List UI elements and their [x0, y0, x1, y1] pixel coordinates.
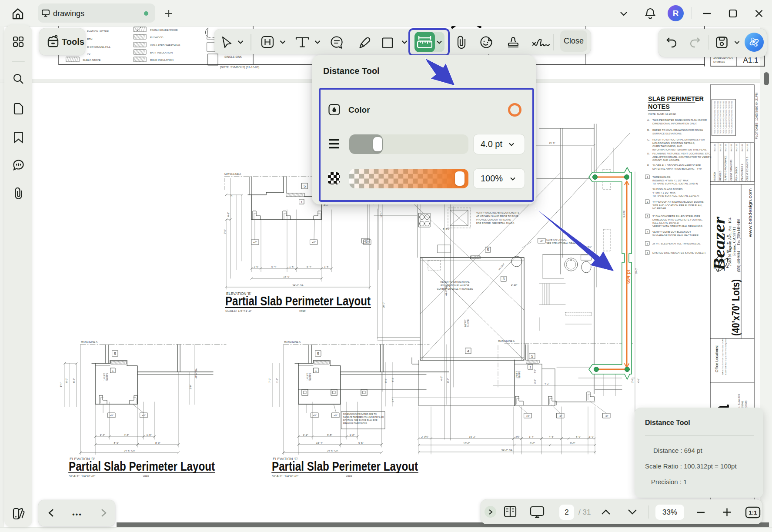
svg-text:5: 5 [487, 248, 489, 252]
svg-text:694 pt: 694 pt [625, 270, 631, 284]
svg-text:8'-0": 8'-0" [447, 378, 449, 383]
svg-text:34'-6" OA: 34'-6" OA [501, 449, 513, 452]
svg-text:CK: CK [87, 53, 90, 56]
svg-text:+0": +0" [142, 414, 146, 417]
svg-text:8'-0": 8'-0" [65, 378, 68, 383]
svg-text:SLIDING GLASS DOORS:: SLIDING GLASS DOORS: [652, 188, 683, 191]
svg-text:7'-0": 7'-0" [268, 378, 271, 383]
svg-text:1'-4": 1'-4" [60, 382, 62, 387]
svg-text:Partial Slab Perimeter Layout: Partial Slab Perimeter Layout [225, 294, 371, 308]
svg-text:8'-0": 8'-0" [570, 442, 575, 445]
svg-text:6'-9": 6'-9" [576, 435, 581, 438]
svg-text:(0990): (0990) [745, 401, 747, 408]
svg-text:BATT INSULATION: BATT INSULATION [150, 51, 173, 54]
svg-text:EMBEDDED INTO CONCRETE FOOTING: EMBEDDED INTO CONCRETE FOOTING. [652, 218, 703, 221]
svg-text:rd, Suite 200: rd, Suite 200 [738, 394, 740, 409]
svg-text:PLAN CHECK: PLAN CHECK [735, 166, 738, 181]
svg-text:Partial Slab Perimeter Layout: Partial Slab Perimeter Layout [272, 459, 418, 473]
svg-text:PROVIDE CONDUIT TO ISLAND: PROVIDE CONDUIT TO ISLAND [476, 218, 511, 221]
svg-text:34'-6" OA: 34'-6" OA [292, 284, 304, 287]
svg-text:THESE PLANS AND SPECIFICATIONS: THESE PLANS AND SPECIFICATIONS PROTECTED [720, 100, 722, 134]
svg-text:DIMENSIONAL INFORMATION ONLY.: DIMENSIONAL INFORMATION ONLY. [652, 122, 697, 125]
svg-text:6'-5": 6'-5" [327, 434, 332, 436]
svg-text:SURFACE ELEVATIONS.: SURFACE ELEVATIONS. [652, 132, 682, 135]
svg-text:FRAMING DIMENSIONS.: FRAMING DIMENSIONS. [343, 422, 368, 425]
svg-text:12'-4": 12'-4" [380, 211, 382, 217]
svg-text:MATCHLINE A: MATCHLINE A [498, 340, 515, 342]
svg-text:+0": +0" [605, 415, 608, 417]
svg-text:4: 4 [467, 349, 469, 353]
svg-text:16'-0": 16'-0" [283, 275, 290, 278]
svg-text:1'-6": 1'-6" [324, 265, 329, 268]
svg-text:FINISH GRADE WOOD: FINISH GRADE WOOD [150, 29, 178, 31]
svg-text:THESE PLANS AND SPECIFICATIONS: THESE PLANS AND SPECIFICATIONS PROTECTED [723, 100, 725, 134]
svg-text:1: 1 [301, 200, 302, 204]
svg-text:SLOPE: SLOPE [518, 371, 521, 378]
svg-text:(559) 449-9494 · Fax (559): (559) 449-9494 · Fax (559) 449-9498 [737, 219, 741, 272]
svg-text:08-17-05: 08-17-05 [735, 144, 738, 151]
svg-text:1'-4": 1'-4" [391, 398, 394, 402]
svg-text:6'-3": 6'-3" [391, 378, 394, 382]
svg-text:(SEE DETAIL 10/AD.1): (SEE DETAIL 10/AD.1) [652, 221, 679, 224]
svg-text:08-17-05: 08-17-05 [725, 144, 727, 151]
svg-text:+0": +0" [253, 241, 257, 244]
svg-text:+0": +0" [110, 414, 114, 417]
svg-text:4" MIN / 1 1/2" MAX: 4" MIN / 1 1/2" MAX [652, 191, 675, 194]
svg-text:4'-0": 4'-0" [440, 376, 443, 381]
svg-text:TYP STOOP AT INSWING/SLIDER DO: TYP STOOP AT INSWING/SLIDER DOORS: [652, 201, 704, 203]
svg-text:THESE PLANS AND SPECIFICATIONS: THESE PLANS AND SPECIFICATIONS PROTECTED [717, 100, 719, 134]
svg-text:1'-4": 1'-4" [529, 435, 534, 438]
svg-text:39'-0": 39'-0" [635, 268, 638, 274]
svg-text:5'-4": 5'-4" [271, 265, 277, 268]
svg-text:INSWING: 4" MIN / 1 1/2" MAX: INSWING: 4" MIN / 1 1/2" MAX [652, 179, 688, 182]
svg-text:PLYWOOD: PLYWOOD [150, 36, 164, 39]
svg-text:BASE OF TAPERED COLUMN FOR SLA: BASE OF TAPERED COLUMN FOR SLAB [343, 416, 384, 418]
svg-text:16'-4": 16'-4" [316, 442, 323, 444]
svg-text:3": 3" [230, 194, 233, 197]
svg-text:3'-0": 3'-0" [534, 369, 536, 373]
svg-text:1: 1 [647, 176, 648, 178]
svg-text:PLUMBING FIXTURES, VENT LOCATI: PLUMBING FIXTURES, VENT LOCATIONS, ETC. [652, 152, 711, 155]
svg-text:+0": +0" [364, 240, 368, 242]
svg-text:[NOTE_SYMBOLS] (01-10-03): [NOTE_SYMBOLS] (01-10-03) [220, 66, 259, 69]
svg-text:1'-9": 1'-9" [589, 435, 594, 438]
svg-text:3'-0": 3'-0" [189, 385, 192, 389]
svg-text:08-17-05: 08-17-05 [719, 144, 722, 151]
svg-text:MATCHLINE A: MATCHLINE A [81, 341, 97, 343]
svg-text:THESE PLANS AND SPECIFICATIONS: THESE PLANS AND SPECIFICATIONS PROTECTED [725, 100, 727, 134]
svg-text:TO HARD SURFACE. (DETAIL 11/AD: TO HARD SURFACE. (DETAIL 11/AD.4) [652, 194, 699, 197]
svg-text:1'-9": 1'-9" [147, 434, 152, 436]
svg-text:+0": +0" [526, 415, 530, 417]
svg-text:Partial Slab Perimeter Layout: Partial Slab Perimeter Layout [69, 459, 215, 473]
svg-text:VERIFY UNDERSLAB REQUIREMENTS: VERIFY UNDERSLAB REQUIREMENTS [476, 211, 519, 214]
svg-text:SIZE AND LOCATION PER FLOOR PL: SIZE AND LOCATION PER FLOOR PLAN, [652, 204, 702, 207]
svg-text:SCALE: 1/4"=1'-0": SCALE: 1/4"=1'-0" [225, 309, 252, 313]
svg-text:1'-4": 1'-4" [100, 434, 105, 436]
svg-text:SLAB ON GRADE.: SLAB ON GRADE. [546, 238, 567, 241]
svg-text:MATCHLINE A: MATCHLINE A [284, 341, 301, 343]
svg-text:SHELF ABOVE: SHELF ABOVE [83, 59, 100, 61]
svg-text:3" DIA CONCRETE FILLED STEEL P: 3" DIA CONCRETE FILLED STEEL PIPE [652, 215, 700, 217]
svg-text:08-17-05: 08-17-05 [730, 144, 732, 151]
svg-text:(NOTE_SLAB) (10-28-02): (NOTE_SLAB) (10-28-02) [648, 113, 676, 115]
svg-text:44'-0" OA: 44'-0" OA [195, 368, 197, 378]
svg-text:SLOPE ALL STOOPS AND HARDSCAPE: SLOPE ALL STOOPS AND HARDSCAPE [652, 164, 701, 167]
svg-text:6'-5": 6'-5" [73, 378, 75, 383]
svg-text:+0": +0" [312, 241, 316, 244]
svg-text:5: 5 [114, 351, 116, 356]
svg-text:1'-2": 1'-2" [350, 434, 355, 436]
svg-text:INSULATED SHEATHING: INSULATED SHEATHING [150, 44, 180, 47]
svg-text:2'-10": 2'-10" [511, 284, 517, 286]
svg-text:08-17-05: 08-17-05 [741, 144, 743, 151]
svg-text:HOLDDOWNS, FOOTING DETAILS,: HOLDDOWNS, FOOTING DETAILS, [652, 142, 695, 144]
svg-text:4'-6": 4'-6" [124, 434, 129, 436]
svg-text:XREF: XREF [299, 310, 306, 312]
svg-text:REFER TO STRUCTURAL DRAWINGS F: REFER TO STRUCTURAL DRAWINGS FOR [652, 138, 705, 141]
svg-text:1: 1 [112, 369, 114, 373]
svg-text:RIGID INSULATION: RIGID INSULATION [150, 59, 174, 61]
svg-text:SCALE: 1/4"=1'-0": SCALE: 1/4"=1'-0" [69, 474, 96, 478]
svg-text:8'-0": 8'-0" [114, 442, 119, 444]
svg-text:Office Locations:: Office Locations: [715, 345, 719, 372]
svg-text:44'-0" OA: 44'-0" OA [445, 285, 448, 296]
svg-text:34'-6" OA: 34'-6" OA [327, 449, 338, 452]
